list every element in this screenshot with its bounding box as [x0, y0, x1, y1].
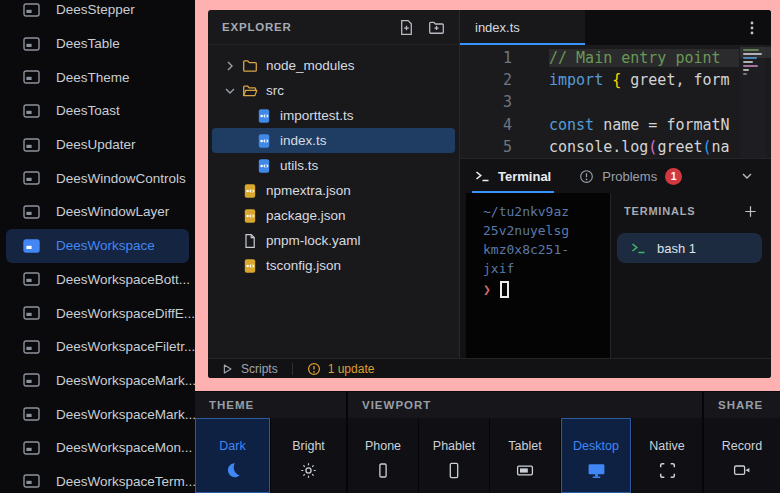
terminal-output-area[interactable]: ~/tu2nkv9az25v2nuyelsgkmz0x8c251-jxif ❯ — [466, 193, 610, 358]
terminal-icon — [631, 241, 646, 255]
sidebar-item-deesworkspacediffe[interactable]: DeesWorkspaceDiffE... — [6, 296, 189, 330]
page: DeesStepperDeesTableDeesThemeDeesToastDe… — [0, 0, 780, 493]
sidebar-item-deesworkspace[interactable]: DeesWorkspace — [6, 229, 189, 263]
theme-dark-button[interactable]: Dark — [195, 418, 270, 493]
json-file-icon — [242, 183, 258, 199]
tree-item-utils-ts[interactable]: utils.ts — [212, 153, 455, 178]
sidebar-item-deesworkspacemark[interactable]: DeesWorkspaceMark... — [6, 397, 189, 431]
sidebar-item-deesworkspacebott[interactable]: DeesWorkspaceBott... — [6, 263, 189, 297]
tree-item-label: npmextra.json — [266, 183, 351, 198]
sidebar-item-label: DeesWorkspaceDiffE... — [56, 306, 195, 321]
sidebar-item-deesworkspacemark[interactable]: DeesWorkspaceMark... — [6, 364, 189, 398]
line-number: 4 — [460, 116, 512, 134]
button-label: Bright — [292, 439, 325, 453]
viewport-tablet-button[interactable]: Tablet — [490, 418, 560, 493]
tree-item-src[interactable]: src — [212, 78, 455, 103]
tree-item-index-ts[interactable]: index.ts — [212, 128, 455, 153]
desktop-icon — [587, 461, 606, 479]
tree-item-tsconfig-json[interactable]: tsconfig.json — [212, 253, 455, 278]
share-record-button[interactable]: Record — [704, 418, 780, 493]
sidebar-item-deestoast[interactable]: DeesToast — [6, 94, 189, 128]
sidebar-item-label: DeesTheme — [56, 70, 130, 85]
explorer-title: EXPLORER — [222, 21, 292, 33]
component-icon — [23, 373, 40, 387]
moon-icon — [224, 461, 242, 479]
workspace-body: EXPLORER node_modulessrcimporttest.tsind… — [208, 10, 771, 358]
kebab-menu-icon[interactable] — [745, 19, 759, 37]
tree-item-npmextra-json[interactable]: npmextra.json — [212, 178, 455, 203]
scripts-label: Scripts — [241, 362, 278, 376]
new-folder-icon[interactable] — [428, 19, 445, 36]
new-file-icon[interactable] — [398, 19, 415, 36]
section-title: THEME — [195, 392, 346, 418]
sidebar-item-deeswindowlayer[interactable]: DeesWindowLayer — [6, 195, 189, 229]
minimap[interactable] — [740, 45, 766, 158]
code-line-2: 2import { greet, form — [460, 69, 771, 91]
sidebar-item-deesupdater[interactable]: DeesUpdater — [6, 128, 189, 162]
terminal-cursor — [500, 281, 509, 298]
tree-item-pnpm-lock-yaml[interactable]: pnpm-lock.yaml — [212, 228, 455, 253]
code-token: // Main entry point — [549, 49, 721, 67]
chevron-down-icon — [222, 83, 242, 99]
code-token: import — [549, 71, 603, 89]
folder-icon — [242, 58, 258, 74]
sidebar-item-label: DeesWorkspaceTerm... — [56, 474, 195, 489]
scripts-button[interactable]: Scripts — [220, 362, 278, 376]
code-text: const name = formatN — [549, 116, 730, 134]
sidebar-item-deesstepper[interactable]: DeesStepper — [6, 0, 189, 27]
panel-tab-label: Problems — [602, 169, 657, 184]
sidebar-item-deestheme[interactable]: DeesTheme — [6, 60, 189, 94]
viewport-phone-button[interactable]: Phone — [348, 418, 418, 493]
component-icon — [23, 306, 40, 320]
component-icon — [23, 205, 40, 219]
theme-bright-button[interactable]: Bright — [271, 418, 346, 493]
terminal-session-bash-1[interactable]: bash 1 — [617, 233, 762, 263]
tree-item-importtest-ts[interactable]: importtest.ts — [212, 103, 455, 128]
component-icon — [23, 272, 40, 286]
panel-tab-problems[interactable]: Problems1 — [579, 159, 682, 193]
sidebar-item-label: DeesToast — [56, 103, 120, 118]
panel-collapse-icon[interactable] — [739, 168, 755, 184]
toolbar-section-theme: THEMEDarkBright — [195, 392, 346, 493]
viewport-desktop-button[interactable]: Desktop — [561, 418, 631, 493]
code-token: ( — [703, 138, 712, 156]
terminal-output: ~/tu2nkv9az25v2nuyelsgkmz0x8c251-jxif — [483, 202, 575, 278]
editor-tabbar: index.ts — [460, 10, 771, 45]
add-terminal-icon[interactable] — [743, 204, 758, 219]
ts-file-icon — [256, 133, 272, 149]
code-line-5: 5console.log(greet(na — [460, 136, 771, 158]
terminals-title: TERMINALS — [624, 205, 695, 217]
terminals-panel: TERMINALS bash 1 — [610, 193, 771, 358]
panel-tab-terminal[interactable]: Terminal — [475, 159, 551, 193]
sidebar-item-deesworkspacefiletr[interactable]: DeesWorkspaceFiletr... — [6, 330, 189, 364]
tree-item-package-json[interactable]: package.json — [212, 203, 455, 228]
viewport-native-button[interactable]: Native — [632, 418, 702, 493]
button-label: Phone — [365, 439, 401, 453]
component-icon — [23, 3, 40, 17]
code-text: console.log(greet(na — [549, 138, 730, 156]
component-icon — [23, 37, 40, 51]
code-token: console.log — [549, 138, 648, 156]
sun-icon — [300, 461, 317, 479]
editor-tab-index-ts[interactable]: index.ts — [460, 10, 585, 45]
code-line-3: 3 — [460, 91, 771, 113]
json-file-icon — [242, 258, 258, 274]
dees-workspace: EXPLORER node_modulessrcimporttest.tsind… — [208, 10, 771, 378]
component-icon — [23, 70, 40, 84]
sidebar-item-deesworkspacemon[interactable]: DeesWorkspaceMon... — [6, 431, 189, 465]
component-icon — [23, 441, 40, 455]
update-label: 1 update — [328, 362, 375, 376]
tree-item-node-modules[interactable]: node_modules — [212, 53, 455, 78]
folder-open-icon — [242, 83, 258, 99]
button-label: Tablet — [508, 439, 541, 453]
component-icon — [23, 340, 40, 354]
code-editor[interactable]: 1// Main entry point2import { greet, for… — [460, 45, 771, 158]
statusbar-divider — [292, 363, 293, 375]
sidebar-item-deesworkspaceterm[interactable]: DeesWorkspaceTerm... — [6, 465, 189, 493]
sidebar-item-deeswindowcontrols[interactable]: DeesWindowControls — [6, 161, 189, 195]
sidebar-item-deestable[interactable]: DeesTable — [6, 27, 189, 61]
update-button[interactable]: 1 update — [307, 362, 375, 376]
tree-item-label: index.ts — [280, 133, 327, 148]
viewport-phablet-button[interactable]: Phablet — [419, 418, 489, 493]
code-line-1: 1// Main entry point — [460, 47, 771, 69]
